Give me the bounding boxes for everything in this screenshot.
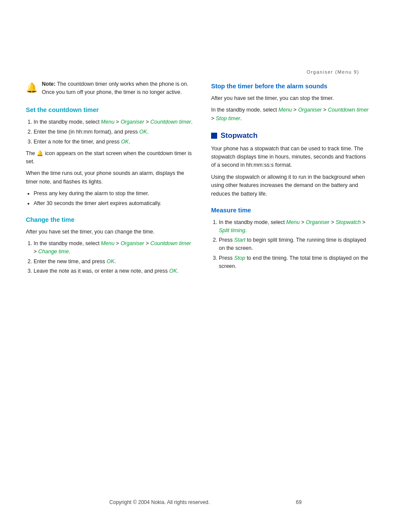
measure-time-step-2: Press Start to begin split timing. The r… bbox=[219, 236, 371, 252]
header-text: Organiser (Menu 9) bbox=[307, 69, 359, 75]
set-countdown-step-1: In the standby mode, select Menu > Organ… bbox=[34, 118, 194, 126]
change-time-body: After you have set the timer, you can ch… bbox=[26, 228, 194, 236]
left-column: 🔔 Note: The countdown timer only works w… bbox=[26, 80, 194, 279]
set-countdown-step-3: Enter a note for the timer, and press OK… bbox=[34, 138, 194, 146]
ok-link-4: OK bbox=[169, 268, 177, 274]
measure-time-step-3: Press Stop to end the timing. The total … bbox=[219, 254, 371, 271]
set-countdown-body1: The 🔔 icon appears on the start screen w… bbox=[26, 149, 194, 166]
measure-stopwatch-link: Stopwatch bbox=[336, 219, 361, 225]
stopwatch-icon bbox=[211, 133, 217, 139]
stop-link: Stop bbox=[234, 255, 245, 261]
measure-time-section: Measure time In the standby mode, select… bbox=[211, 206, 371, 271]
ok-link-3: OK bbox=[107, 258, 115, 264]
stopwatch-body2: Using the stopwatch or allowing it to ru… bbox=[211, 173, 371, 198]
measure-menu-link: Menu bbox=[286, 219, 299, 225]
set-countdown-section: Set the countdown timer In the standby m… bbox=[26, 106, 194, 207]
set-countdown-steps: In the standby mode, select Menu > Organ… bbox=[26, 118, 194, 146]
stopwatch-body1: Your phone has a stopwatch that can be u… bbox=[211, 145, 371, 170]
page: Organiser (Menu 9) 🔔 Note: The countdown… bbox=[0, 0, 411, 532]
change-time-section: Change the time After you have set the t… bbox=[26, 215, 194, 275]
note-box: 🔔 Note: The countdown timer only works w… bbox=[26, 80, 194, 96]
change-time-step-1: In the standby mode, select Menu > Organ… bbox=[34, 240, 194, 256]
set-countdown-body2: When the time runs out, your phone sound… bbox=[26, 169, 194, 186]
stop-timer-body1: After you have set the timer, you can st… bbox=[211, 94, 371, 103]
menu-link-1: Menu bbox=[101, 119, 114, 125]
bullet-2: After 30 seconds the timer alert expires… bbox=[34, 199, 194, 208]
measure-time-step-1: In the standby mode, select Menu > Organ… bbox=[219, 218, 371, 235]
footer-copyright: Copyright © 2004 Nokia. All rights reser… bbox=[109, 499, 210, 506]
bullet-1: Press any key during the alarm to stop t… bbox=[34, 190, 194, 198]
countdown-timer-link-2: Countdown timer bbox=[150, 240, 191, 246]
note-text: Note: The countdown timer only works whe… bbox=[42, 80, 194, 96]
measure-time-steps: In the standby mode, select Menu > Organ… bbox=[211, 218, 371, 271]
stop-timer-section: Stop the timer before the alarm sounds A… bbox=[211, 82, 371, 123]
change-time-title: Change the time bbox=[26, 215, 194, 224]
stop-timer-body2: In the standby mode, select Menu > Organ… bbox=[211, 106, 371, 123]
measure-organiser-link: Organiser bbox=[306, 219, 330, 225]
note-body: The countdown timer only works when the … bbox=[42, 81, 188, 95]
organiser-link-2: Organiser bbox=[121, 240, 144, 246]
change-time-link: Change time bbox=[38, 249, 69, 255]
menu-link-2: Menu bbox=[101, 240, 114, 246]
footer: Copyright © 2004 Nokia. All rights reser… bbox=[0, 499, 411, 506]
header-bar: Organiser (Menu 9) bbox=[0, 0, 411, 80]
stop-timer-link: Stop timer bbox=[216, 115, 240, 121]
stopwatch-section: Stopwatch Your phone has a stopwatch tha… bbox=[211, 131, 371, 198]
ok-link-1: OK bbox=[139, 129, 147, 135]
ok-link-2: OK bbox=[121, 139, 129, 145]
measure-time-title: Measure time bbox=[211, 206, 371, 215]
set-countdown-title: Set the countdown timer bbox=[26, 106, 194, 115]
stop-menu-link: Menu bbox=[278, 107, 292, 113]
organiser-link-1: Organiser bbox=[121, 119, 144, 125]
note-icon: 🔔 bbox=[26, 81, 37, 95]
right-column: Stop the timer before the alarm sounds A… bbox=[211, 80, 371, 279]
change-time-steps: In the standby mode, select Menu > Organ… bbox=[26, 240, 194, 275]
split-timing-link: Split timing bbox=[219, 227, 245, 233]
stop-organiser-link: Organiser bbox=[298, 107, 322, 113]
stopwatch-label: Stopwatch bbox=[221, 131, 258, 141]
stop-countdown-link: Countdown timer bbox=[328, 107, 369, 113]
note-bold: Note: bbox=[42, 81, 56, 87]
change-time-step-2: Enter the new time, and press OK. bbox=[34, 258, 194, 266]
content-area: 🔔 Note: The countdown timer only works w… bbox=[0, 80, 411, 279]
footer-page: 69 bbox=[296, 499, 302, 506]
stop-timer-title: Stop the timer before the alarm sounds bbox=[211, 82, 371, 91]
stopwatch-title-container: Stopwatch bbox=[211, 131, 371, 141]
change-time-step-3: Leave the note as it was, or enter a new… bbox=[34, 267, 194, 275]
countdown-timer-link-1: Countdown timer bbox=[150, 119, 191, 125]
start-link: Start bbox=[234, 237, 245, 243]
set-countdown-bullets: Press any key during the alarm to stop t… bbox=[26, 190, 194, 208]
set-countdown-step-2: Enter the time (in hh:mm format), and pr… bbox=[34, 128, 194, 136]
